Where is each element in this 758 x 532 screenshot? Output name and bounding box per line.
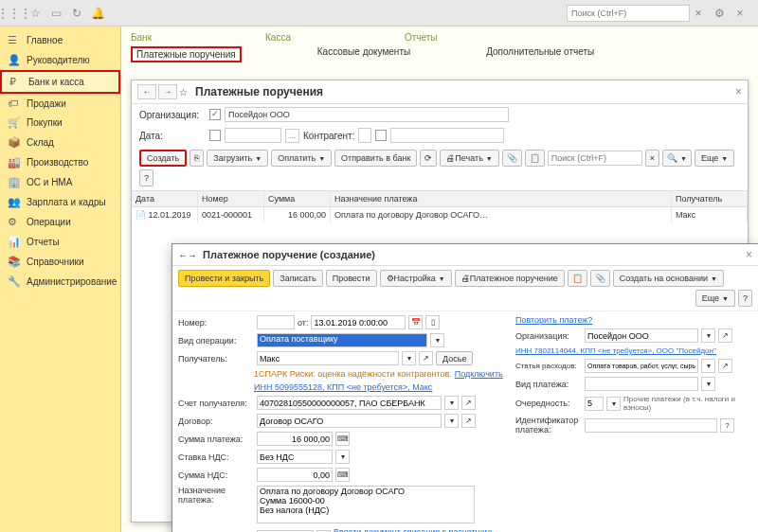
vat-calc-icon[interactable]: ⌨	[335, 468, 350, 482]
paytype-dd-icon[interactable]: ▾	[701, 377, 715, 391]
nav-main[interactable]: ☰Главное	[0, 30, 120, 50]
help-button[interactable]: ?	[139, 169, 153, 186]
payee-inn-link[interactable]: ИНН 5099555128, КПП <не требуется>, Макс	[254, 382, 432, 392]
purpose-textarea[interactable]	[257, 486, 475, 523]
vat-rate-dd-icon[interactable]: ▾	[335, 450, 350, 464]
account-dd-icon[interactable]: ▾	[444, 396, 459, 410]
nav-sales[interactable]: 🏷Продажи	[0, 94, 120, 113]
print-order-button[interactable]: 🖨 Платежное поручение	[455, 270, 565, 287]
apps-icon[interactable]: ⋮⋮⋮	[6, 5, 23, 22]
vat-sum-input[interactable]	[257, 468, 333, 482]
more-button[interactable]: Еще▼	[695, 150, 734, 167]
grid-row[interactable]: 📄 12.01.2019 0021-000001 16 000,00 Оплат…	[132, 207, 748, 222]
refresh-button[interactable]: ⟳	[420, 150, 437, 167]
payee-input[interactable]	[257, 351, 399, 365]
spark-connect-link[interactable]: Подключить	[455, 369, 503, 379]
nav-production[interactable]: 🏭Производство	[0, 152, 120, 172]
create-based-button[interactable]: Создать на основании▼	[613, 270, 724, 287]
paytype-select[interactable]	[585, 377, 698, 391]
date-input[interactable]	[311, 315, 406, 329]
contragent-filter-input[interactable]	[390, 128, 504, 143]
forward-button[interactable]: →	[158, 84, 177, 99]
back-button[interactable]: ←	[137, 84, 156, 99]
org-inn-link[interactable]: ИНН 7802114044, КПП <не требуется>, ООО …	[515, 346, 716, 355]
search-clear-icon[interactable]: ×	[690, 5, 707, 22]
repeat-payment-link[interactable]: Повторить платеж?	[515, 315, 592, 325]
modal-forward-button[interactable]: →	[188, 250, 197, 260]
attach-button[interactable]: 📎	[502, 150, 522, 167]
load-button[interactable]: Загрузить▼	[207, 150, 268, 167]
nav-warehouse[interactable]: 📦Склад	[0, 133, 120, 152]
clipboard-icon[interactable]: ▭	[47, 5, 64, 22]
pay-button[interactable]: Оплатить▼	[271, 150, 332, 167]
link-payment-orders[interactable]: Платежные поручения	[131, 46, 242, 62]
contragent-filter-select[interactable]	[358, 128, 371, 143]
modal-close-button[interactable]: ×	[746, 248, 752, 261]
close-icon[interactable]: ×	[731, 5, 749, 22]
modal-edi-button[interactable]: 📋	[568, 270, 587, 287]
link-extra-reports[interactable]: Дополнительные отчеты	[486, 46, 594, 62]
enter-writeoff-link[interactable]: Ввести документ списания с расчетного сч…	[334, 527, 504, 532]
nav-purchases[interactable]: 🛒Покупки	[0, 113, 120, 133]
calc-icon[interactable]: ⌨	[335, 432, 350, 446]
star-icon[interactable]: ☆	[27, 5, 44, 22]
nav-manager[interactable]: 👤Руководителю	[0, 50, 120, 70]
account-open-icon[interactable]: ↗	[461, 396, 476, 410]
calendar-icon[interactable]: 📅	[408, 315, 423, 329]
gear-icon[interactable]: ⚙	[711, 5, 728, 22]
number-input[interactable]	[257, 315, 295, 329]
org-input[interactable]	[585, 328, 698, 343]
operation-select[interactable]: Оплата поставщику	[257, 333, 427, 347]
expense-dd-icon[interactable]: ▾	[701, 359, 715, 373]
org-filter-check[interactable]	[209, 109, 221, 120]
search-clear-button[interactable]: ×	[645, 150, 659, 167]
nav-assets[interactable]: 🏢ОС и НМА	[0, 172, 120, 192]
date-filter-input[interactable]	[225, 128, 281, 143]
date-clear-icon[interactable]: ▯	[425, 315, 440, 329]
search-button[interactable]: 🔍▼	[662, 150, 692, 167]
dossier-button[interactable]: Досье	[436, 351, 473, 365]
ident-input[interactable]	[585, 418, 717, 433]
org-filter-select[interactable]: Посейдон ООО	[225, 107, 509, 122]
create-button[interactable]: Создать	[139, 150, 187, 167]
expense-input[interactable]	[585, 359, 698, 373]
ident-help-icon[interactable]: ?	[720, 418, 734, 433]
post-and-close-button[interactable]: Провести и закрыть	[178, 270, 270, 287]
nav-reports[interactable]: 📊Отчеты	[0, 232, 120, 252]
nav-salary[interactable]: 👥Зарплата и кадры	[0, 192, 120, 212]
panel-close-button[interactable]: ×	[735, 85, 742, 98]
priority-input[interactable]	[585, 397, 604, 411]
priority-dd-icon[interactable]: ▾	[606, 397, 621, 411]
date-filter-check[interactable]	[209, 130, 221, 141]
nav-operations[interactable]: ⚙Операции	[0, 212, 120, 232]
modal-help-button[interactable]: ?	[738, 290, 752, 307]
payee-dd-icon[interactable]: ▾	[402, 351, 416, 365]
post-button[interactable]: Провести	[326, 270, 377, 287]
sum-input[interactable]	[257, 432, 333, 446]
link-cash-docs[interactable]: Кассовые документы	[317, 46, 410, 62]
list-search-input[interactable]	[548, 151, 642, 166]
modal-more-button[interactable]: Еще▼	[695, 290, 735, 307]
copy-button[interactable]: ⎘	[190, 150, 204, 167]
nav-admin[interactable]: 🔧Администрирование	[0, 272, 120, 292]
org-dd-icon[interactable]: ▾	[701, 328, 715, 343]
global-search-input[interactable]	[567, 5, 690, 22]
send-to-bank-button[interactable]: Отправить в банк	[334, 150, 417, 167]
modal-back-button[interactable]: ←	[178, 250, 188, 260]
nav-references[interactable]: 📚Справочники	[0, 252, 120, 272]
edi-button[interactable]: 📋	[525, 150, 545, 167]
nav-bank-cash[interactable]: ₽Банк и касса	[0, 70, 120, 94]
operation-dd-icon[interactable]: ▾	[430, 333, 444, 347]
contract-input[interactable]	[257, 414, 442, 428]
settings-button[interactable]: ⚙ Настройка▼	[380, 270, 452, 287]
print-button[interactable]: 🖨 Печать▼	[440, 150, 498, 167]
expense-open-icon[interactable]: ↗	[718, 359, 732, 373]
history-icon[interactable]: ↻	[68, 5, 85, 22]
account-input[interactable]	[257, 396, 442, 410]
star-outline-icon[interactable]: ☆	[179, 87, 188, 98]
payee-open-icon[interactable]: ↗	[419, 351, 433, 365]
org-open-icon[interactable]: ↗	[718, 328, 732, 343]
modal-attach-button[interactable]: 📎	[590, 270, 610, 287]
bell-icon[interactable]: 🔔	[89, 5, 106, 22]
save-button[interactable]: Записать	[273, 270, 322, 287]
